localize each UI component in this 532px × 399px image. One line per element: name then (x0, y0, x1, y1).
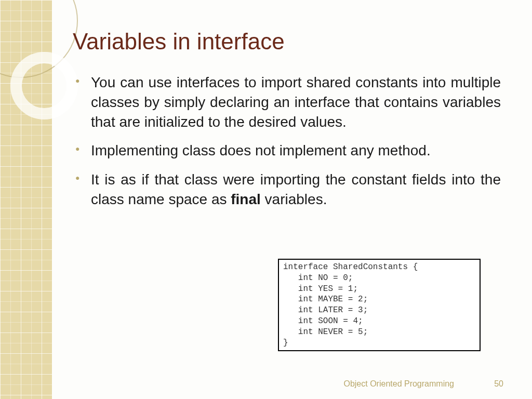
footer-label: Object Oriented Programming (343, 379, 454, 389)
bullet-item: You can use interfaces to import shared … (73, 73, 501, 131)
bold-text: final (231, 191, 261, 207)
slide-title: Variables in interface (73, 29, 501, 55)
slide-content: Variables in interface You can use inter… (73, 29, 501, 219)
bullet-tail: variables. (261, 191, 327, 207)
code-snippet: interface SharedConstants { int NO = 0; … (278, 259, 481, 351)
page-number: 50 (494, 379, 503, 389)
decor-circle-small (10, 52, 78, 119)
bullet-item: It is as if that class were importing th… (73, 170, 501, 209)
bullet-item: Implementing class does not implement an… (73, 141, 501, 161)
bullet-list: You can use interfaces to import shared … (73, 73, 501, 209)
